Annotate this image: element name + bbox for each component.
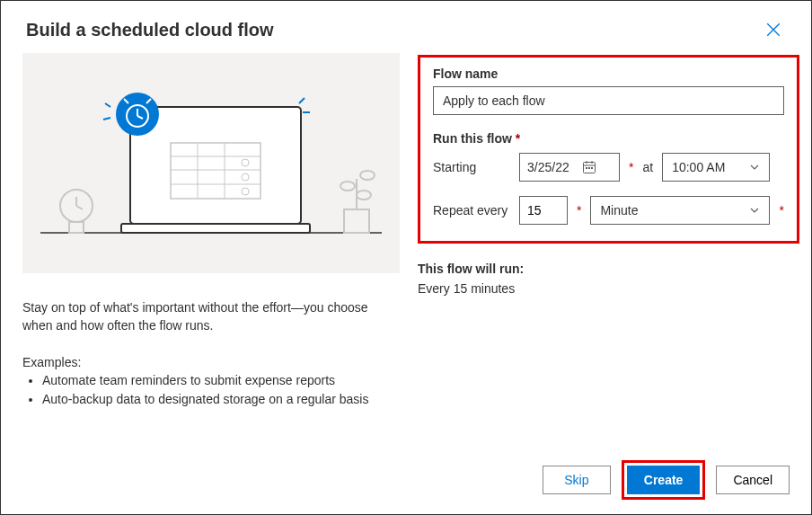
svg-rect-4 (69, 222, 84, 233)
chevron-down-icon (749, 162, 760, 173)
create-button-highlight: Create (622, 460, 706, 500)
cancel-button[interactable]: Cancel (716, 466, 790, 494)
svg-rect-6 (121, 224, 310, 233)
required-mark: * (629, 160, 633, 174)
repeat-unit-select[interactable]: Minute (590, 196, 770, 225)
run-flow-label: Run this flow * (433, 131, 784, 146)
create-button[interactable]: Create (627, 466, 701, 494)
description-text: Stay on top of what's important without … (22, 298, 400, 335)
svg-point-20 (357, 191, 371, 200)
svg-line-27 (299, 98, 304, 103)
svg-rect-35 (591, 167, 593, 169)
close-icon (765, 22, 781, 38)
flow-name-label: Flow name (433, 67, 784, 81)
svg-line-3 (76, 206, 83, 209)
examples-list: Automate team reminders to submit expens… (22, 371, 400, 410)
illustration (22, 53, 400, 273)
dialog-title: Build a scheduled cloud flow (26, 20, 274, 40)
calendar-icon (582, 160, 596, 174)
required-mark: * (577, 203, 581, 218)
repeat-interval-input[interactable] (519, 196, 568, 225)
starting-time-value: 10:00 AM (672, 160, 725, 174)
form-section-highlight: Flow name Run this flow * Starting 3/25/… (418, 55, 799, 244)
run-summary-text: Every 15 minutes (418, 281, 799, 296)
examples-label: Examples: (22, 355, 400, 369)
close-button[interactable] (761, 17, 786, 42)
at-label: at (642, 160, 653, 174)
svg-line-26 (103, 118, 110, 120)
example-item: Automate team reminders to submit expens… (42, 371, 400, 391)
skip-button[interactable]: Skip (543, 466, 611, 494)
svg-line-25 (105, 103, 110, 107)
flow-name-input[interactable] (433, 86, 784, 115)
run-summary-label: This flow will run: (418, 262, 799, 276)
svg-point-19 (360, 171, 375, 180)
svg-rect-34 (588, 167, 590, 169)
svg-point-18 (340, 182, 355, 191)
starting-date-value: 3/25/22 (527, 160, 569, 174)
chevron-down-icon (749, 205, 760, 216)
required-mark: * (779, 203, 783, 218)
starting-date-picker[interactable]: 3/25/22 (519, 153, 620, 182)
svg-rect-16 (344, 209, 369, 233)
starting-label: Starting (433, 160, 510, 174)
starting-time-select[interactable]: 10:00 AM (662, 153, 770, 182)
repeat-unit-value: Minute (600, 203, 638, 218)
repeat-label: Repeat every (433, 203, 510, 218)
svg-rect-33 (586, 167, 587, 169)
example-item: Auto-backup data to designated storage o… (42, 390, 400, 410)
